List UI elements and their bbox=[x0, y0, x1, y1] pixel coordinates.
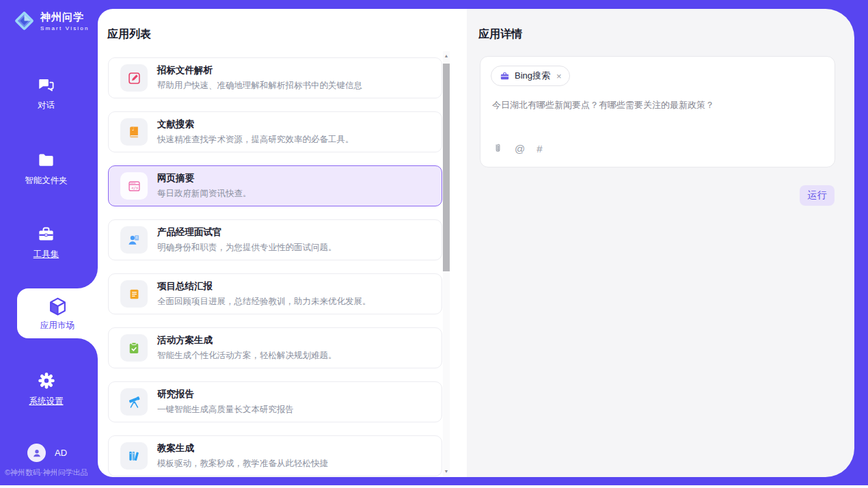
scroll-up-icon[interactable]: ▲ bbox=[443, 53, 450, 59]
sidebar-item-app-market[interactable]: 应用市场 bbox=[17, 288, 98, 338]
svg-text:</>: </> bbox=[131, 185, 139, 189]
paperclip-icon[interactable] bbox=[493, 143, 503, 154]
sidebar-item-label: 智能文件夹 bbox=[25, 175, 68, 187]
sidebar-item-label: 对话 bbox=[38, 100, 55, 111]
app-name: 活动方案生成 bbox=[157, 334, 337, 347]
cube-icon bbox=[47, 296, 68, 317]
app-name: 招标文件解析 bbox=[157, 64, 362, 77]
pen-square-icon bbox=[120, 64, 148, 92]
active-tab-bottom-curve bbox=[77, 338, 98, 359]
app-description: 快速精准查找学术资源，提高研究效率的必备工具。 bbox=[157, 134, 354, 146]
telescope-icon bbox=[120, 388, 148, 416]
sidebar-item-chat[interactable]: 对话 bbox=[0, 76, 92, 111]
app-card[interactable]: </> 网页摘要 每日政府新闻资讯快查。 bbox=[108, 165, 442, 206]
app-card[interactable]: 教案生成 模板驱动，教案秒成，教学准备从此轻松快捷 bbox=[108, 435, 442, 476]
books-icon bbox=[120, 442, 148, 470]
brand-logo: 神州问学 Smart Vision bbox=[12, 9, 90, 33]
app-description: 一键智能生成高质量长文本研究报告 bbox=[157, 404, 294, 416]
app-description: 每日政府新闻资讯快查。 bbox=[157, 188, 252, 200]
mention-icon[interactable]: @ bbox=[515, 144, 525, 154]
gear-icon bbox=[37, 371, 56, 390]
sidebar: 神州问学 Smart Vision 对话 智能文件夹 bbox=[0, 0, 98, 485]
brand-name: 神州问学 bbox=[40, 11, 90, 24]
sidebar-item-settings[interactable]: 系统设置 bbox=[0, 371, 92, 407]
app-card[interactable]: 活动方案生成 智能生成个性化活动方案，轻松解决规划难题。 bbox=[108, 327, 442, 368]
app-name: 项目总结汇报 bbox=[157, 280, 371, 293]
avatar bbox=[27, 444, 46, 462]
scroll-down-icon[interactable]: ▼ bbox=[443, 468, 450, 475]
folder-icon bbox=[37, 151, 55, 170]
briefcase-icon bbox=[500, 71, 510, 81]
app-card[interactable]: 文献搜索 快速精准查找学术资源，提高研究效率的必备工具。 bbox=[108, 111, 442, 152]
app-card[interactable]: 产品经理面试官 明确身份和职责，为您提供专业性的面试问题。 bbox=[108, 219, 442, 260]
sidebar-item-label: 系统设置 bbox=[29, 396, 64, 407]
app-list: 招标文件解析 帮助用户快速、准确地理解和解析招标书中的关键信息 文献搜索 快速精… bbox=[108, 57, 442, 477]
run-button[interactable]: 运行 bbox=[800, 185, 835, 206]
topic-icon[interactable]: # bbox=[537, 144, 542, 154]
user-account[interactable]: AD bbox=[27, 444, 67, 462]
app-description: 模板驱动，教案秒成，教学准备从此轻松快捷 bbox=[157, 458, 328, 470]
app-detail-panel: 应用详情 Bing搜索 × 今日湖北有哪些新闻要点？有哪些需要关注的最新政策？ bbox=[467, 9, 854, 477]
sidebar-item-toolset[interactable]: 工具集 bbox=[0, 225, 92, 260]
person-doc-icon bbox=[120, 226, 148, 254]
app-description: 帮助用户快速、准确地理解和解析招标书中的关键信息 bbox=[157, 80, 362, 92]
close-icon[interactable]: × bbox=[556, 71, 562, 81]
brand-subtitle: Smart Vision bbox=[40, 25, 90, 31]
query-input[interactable]: 今日湖北有哪些新闻要点？有哪些需要关注的最新政策？ bbox=[492, 99, 820, 111]
app-name: 文献搜索 bbox=[157, 118, 354, 131]
app-name: 研究报告 bbox=[157, 388, 294, 401]
app-list-panel: 应用列表 招标文件解析 帮助用户快速、准确地理解和解析招标书中的关键信息 文献搜… bbox=[98, 9, 467, 477]
app-description: 智能生成个性化活动方案，轻松解决规划难题。 bbox=[157, 350, 337, 362]
toolbox-icon bbox=[37, 225, 55, 243]
app-card[interactable]: 招标文件解析 帮助用户快速、准确地理解和解析招标书中的关键信息 bbox=[108, 57, 442, 98]
sidebar-item-smart-folder[interactable]: 智能文件夹 bbox=[0, 151, 92, 187]
prompt-card: Bing搜索 × 今日湖北有哪些新闻要点？有哪些需要关注的最新政策？ @ # bbox=[480, 56, 835, 167]
app-frame: 神州问学 Smart Vision 对话 智能文件夹 bbox=[0, 0, 868, 485]
notepad-icon bbox=[120, 280, 148, 308]
diamond-logo-icon bbox=[12, 9, 36, 33]
app-name: 网页摘要 bbox=[157, 172, 252, 185]
sidebar-footer-text: ©神州数码·神州问学出品 bbox=[5, 467, 98, 478]
user-name: AD bbox=[55, 448, 67, 458]
app-name: 产品经理面试官 bbox=[157, 226, 337, 239]
tool-tag-label: Bing搜索 bbox=[515, 70, 550, 82]
scrollbar-track[interactable]: ▲ ▼ bbox=[443, 51, 450, 476]
app-description: 全面回顾项目进展，总结经验教训，助力未来优化发展。 bbox=[157, 296, 371, 308]
chat-icon bbox=[37, 76, 55, 94]
app-name: 教案生成 bbox=[157, 442, 328, 455]
sidebar-item-label: 应用市场 bbox=[40, 320, 74, 331]
book-icon bbox=[120, 118, 148, 146]
app-detail-title: 应用详情 bbox=[478, 27, 522, 42]
clipboard-check-icon bbox=[120, 334, 148, 362]
tool-tag-bing-search[interactable]: Bing搜索 × bbox=[491, 66, 570, 86]
app-description: 明确身份和职责，为您提供专业性的面试问题。 bbox=[157, 242, 337, 254]
scrollbar-thumb[interactable] bbox=[443, 64, 450, 271]
app-card[interactable]: 项目总结汇报 全面回顾项目进展，总结经验教训，助力未来优化发展。 bbox=[108, 273, 442, 314]
browser-code-icon: </> bbox=[120, 172, 148, 200]
sidebar-item-label: 工具集 bbox=[33, 249, 59, 260]
app-list-title: 应用列表 bbox=[107, 27, 151, 42]
active-tab-top-curve bbox=[77, 268, 98, 288]
app-card[interactable]: 研究报告 一键智能生成高质量长文本研究报告 bbox=[108, 381, 442, 422]
